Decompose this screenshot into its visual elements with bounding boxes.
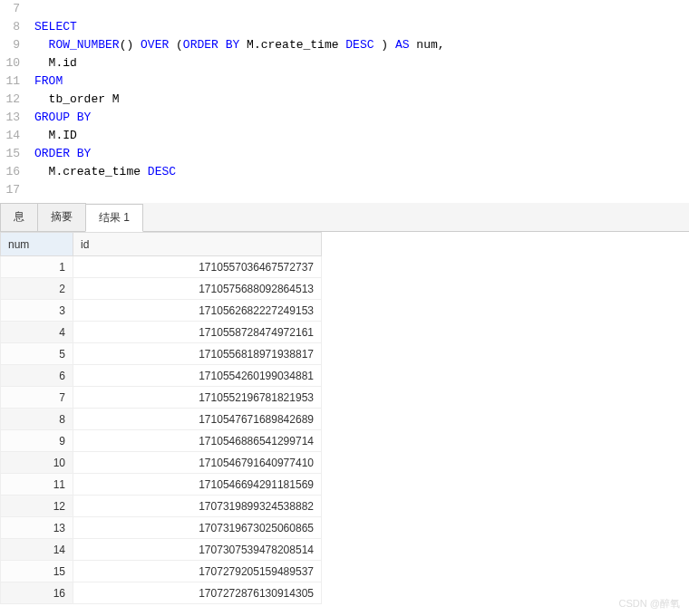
- cell-id[interactable]: 1707319673025060865: [73, 517, 322, 539]
- tab-摘要[interactable]: 摘要: [37, 203, 86, 231]
- cell-num[interactable]: 10: [1, 452, 73, 474]
- cell-id[interactable]: 1710546886541299714: [73, 430, 322, 452]
- watermark: CSDN @醉氧: [619, 597, 680, 611]
- tab-息[interactable]: 息: [0, 203, 38, 231]
- cell-num[interactable]: 9: [1, 430, 73, 452]
- code-area[interactable]: SELECT ROW_NUMBER() OVER (ORDER BY M.cre…: [27, 0, 689, 199]
- table-row[interactable]: 161707272876130914305: [1, 582, 322, 604]
- table-row[interactable]: 91710546886541299714: [1, 430, 322, 452]
- line-number: 14: [0, 127, 20, 145]
- cell-id[interactable]: 1707272876130914305: [73, 582, 322, 604]
- code-line[interactable]: M.ID: [34, 127, 689, 145]
- cell-num[interactable]: 14: [1, 539, 73, 561]
- line-number: 8: [0, 18, 20, 36]
- code-line[interactable]: M.create_time DESC: [34, 163, 689, 181]
- table-row[interactable]: 11710557036467572737: [1, 256, 322, 278]
- results-panel: num id 117105570364675727372171057568809…: [0, 232, 689, 604]
- cell-id[interactable]: 1710552196781821953: [73, 387, 322, 409]
- table-row[interactable]: 31710562682227249153: [1, 300, 322, 322]
- cell-id[interactable]: 1710546694291181569: [73, 474, 322, 496]
- cell-id[interactable]: 1710556818971938817: [73, 343, 322, 365]
- table-row[interactable]: 111710546694291181569: [1, 474, 322, 496]
- table-row[interactable]: 101710546791640977410: [1, 452, 322, 474]
- cell-id[interactable]: 1710546791640977410: [73, 452, 322, 474]
- table-row[interactable]: 21710575688092864513: [1, 278, 322, 300]
- cell-id[interactable]: 1707319899324538882: [73, 496, 322, 517]
- cell-num[interactable]: 1: [1, 256, 73, 278]
- table-row[interactable]: 61710554260199034881: [1, 365, 322, 387]
- code-line[interactable]: GROUP BY: [34, 109, 689, 127]
- cell-num[interactable]: 11: [1, 474, 73, 496]
- cell-id[interactable]: 1710558728474972161: [73, 322, 322, 343]
- cell-num[interactable]: 12: [1, 496, 73, 517]
- col-header-num[interactable]: num: [1, 233, 73, 256]
- sql-editor[interactable]: 7891011121314151617 SELECT ROW_NUMBER() …: [0, 0, 689, 199]
- code-line[interactable]: [34, 181, 689, 199]
- tab-结果 1[interactable]: 结果 1: [85, 204, 143, 232]
- code-line[interactable]: SELECT: [34, 18, 689, 36]
- line-number: 7: [0, 0, 20, 18]
- cell-id[interactable]: 1710575688092864513: [73, 278, 322, 300]
- cell-num[interactable]: 2: [1, 278, 73, 300]
- col-header-id[interactable]: id: [73, 233, 322, 256]
- cell-id[interactable]: 1710547671689842689: [73, 409, 322, 430]
- line-number: 15: [0, 145, 20, 163]
- line-number: 12: [0, 91, 20, 109]
- line-number: 9: [0, 36, 20, 54]
- code-line[interactable]: FROM: [34, 72, 689, 91]
- line-number: 17: [0, 181, 20, 199]
- cell-id[interactable]: 1710554260199034881: [73, 365, 322, 387]
- cell-id[interactable]: 1707279205159489537: [73, 561, 322, 582]
- line-number: 13: [0, 109, 20, 127]
- result-tabs: 息摘要结果 1: [0, 203, 689, 232]
- table-row[interactable]: 141707307539478208514: [1, 539, 322, 561]
- line-number: 10: [0, 54, 20, 72]
- table-row[interactable]: 131707319673025060865: [1, 517, 322, 539]
- code-line[interactable]: ORDER BY: [34, 145, 689, 163]
- line-gutter: 7891011121314151617: [0, 0, 27, 199]
- code-line[interactable]: M.id: [34, 54, 689, 72]
- cell-num[interactable]: 15: [1, 561, 73, 582]
- cell-id[interactable]: 1710562682227249153: [73, 300, 322, 322]
- table-row[interactable]: 51710556818971938817: [1, 343, 322, 365]
- cell-num[interactable]: 3: [1, 300, 73, 322]
- cell-id[interactable]: 1710557036467572737: [73, 256, 322, 278]
- code-line[interactable]: ROW_NUMBER() OVER (ORDER BY M.create_tim…: [34, 36, 689, 54]
- cell-num[interactable]: 13: [1, 517, 73, 539]
- code-line[interactable]: [34, 0, 689, 18]
- table-row[interactable]: 81710547671689842689: [1, 409, 322, 430]
- cell-num[interactable]: 4: [1, 322, 73, 343]
- table-row[interactable]: 121707319899324538882: [1, 496, 322, 517]
- line-number: 11: [0, 72, 20, 91]
- line-number: 16: [0, 163, 20, 181]
- code-line[interactable]: tb_order M: [34, 91, 689, 109]
- results-table[interactable]: num id 117105570364675727372171057568809…: [0, 232, 322, 604]
- cell-num[interactable]: 8: [1, 409, 73, 430]
- results-body: 1171055703646757273721710575688092864513…: [1, 256, 322, 604]
- table-row[interactable]: 71710552196781821953: [1, 387, 322, 409]
- table-row[interactable]: 151707279205159489537: [1, 561, 322, 582]
- cell-id[interactable]: 1707307539478208514: [73, 539, 322, 561]
- cell-num[interactable]: 7: [1, 387, 73, 409]
- cell-num[interactable]: 16: [1, 582, 73, 604]
- table-row[interactable]: 41710558728474972161: [1, 322, 322, 343]
- cell-num[interactable]: 6: [1, 365, 73, 387]
- cell-num[interactable]: 5: [1, 343, 73, 365]
